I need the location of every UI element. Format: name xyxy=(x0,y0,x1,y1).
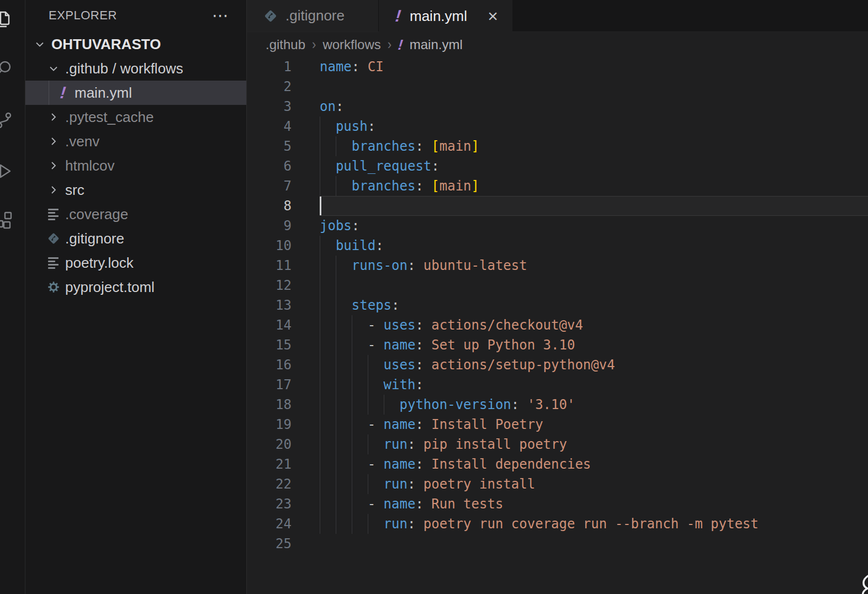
tab-main-yml[interactable]: ! main.yml × xyxy=(379,0,512,32)
code-line-20[interactable]: 20 run: pip install poetry xyxy=(247,434,868,454)
code-line-19[interactable]: 19 - name: Install Poetry xyxy=(247,415,868,434)
code-line-7[interactable]: 7 branches: [main] xyxy=(247,176,868,196)
line-number[interactable]: 15 xyxy=(247,335,292,355)
indent-guide xyxy=(320,395,320,415)
close-icon[interactable]: × xyxy=(488,7,498,25)
tree-item-src[interactable]: src xyxy=(25,178,246,202)
tree-item-pytest-cache[interactable]: .pytest_cache xyxy=(25,105,246,129)
code-line-11[interactable]: 11 runs-on: ubuntu-latest xyxy=(247,256,868,275)
line-number[interactable]: 4 xyxy=(247,116,292,136)
code-lines: 1name: CI23on:4 push:5 branches: [main]6… xyxy=(247,57,868,554)
indent-guide xyxy=(336,375,336,395)
code-line-3[interactable]: 3on: xyxy=(247,97,868,116)
line-number[interactable]: 9 xyxy=(247,216,292,236)
files-icon[interactable] xyxy=(0,8,15,32)
indent-guide xyxy=(320,236,320,256)
gear-icon xyxy=(46,279,61,295)
code-line-23[interactable]: 23 - name: Run tests xyxy=(247,494,868,514)
line-number[interactable]: 16 xyxy=(247,355,292,375)
line-number[interactable]: 7 xyxy=(247,176,292,196)
tree-item-gitignore[interactable]: .gitignore xyxy=(25,226,246,251)
line-number[interactable]: 2 xyxy=(247,77,292,97)
code-line-18[interactable]: 18 python-version: '3.10' xyxy=(247,395,868,415)
code-line-15[interactable]: 15 - name: Set up Python 3.10 xyxy=(247,335,868,355)
code-line-2[interactable]: 2 xyxy=(247,77,868,97)
code-editor[interactable]: 1name: CI23on:4 push:5 branches: [main]6… xyxy=(247,57,868,554)
file-tree: OHTUVARASTO.github / workflows!main.yml.… xyxy=(25,31,246,299)
breadcrumb-item-main-yml[interactable]: main.yml xyxy=(410,37,463,52)
indent-guide xyxy=(352,355,352,375)
code-line-14[interactable]: 14 - uses: actions/checkout@v4 xyxy=(247,315,868,335)
tree-item-poetry-lock[interactable]: poetry.lock xyxy=(25,251,246,275)
list-file-icon xyxy=(46,255,61,271)
line-number[interactable]: 1 xyxy=(247,57,292,77)
extensions-icon[interactable] xyxy=(0,208,15,232)
code-line-4[interactable]: 4 push: xyxy=(247,116,868,136)
line-number[interactable]: 20 xyxy=(247,434,292,454)
code-line-10[interactable]: 10 build: xyxy=(247,236,868,256)
code-line-21[interactable]: 21 - name: Install dependencies xyxy=(247,454,868,474)
chevron-right-icon xyxy=(46,158,61,173)
code-line-6[interactable]: 6 pull_request: xyxy=(247,156,868,176)
tree-item-label: src xyxy=(65,182,84,199)
indent-guide xyxy=(352,395,352,415)
code-line-5[interactable]: 5 branches: [main] xyxy=(247,136,868,156)
run-debug-icon[interactable] xyxy=(0,159,15,183)
code-line-22[interactable]: 22 run: poetry install xyxy=(247,474,868,494)
line-number[interactable]: 13 xyxy=(247,295,292,315)
indent-guide xyxy=(336,256,336,275)
tree-item-htmlcov[interactable]: htmlcov xyxy=(25,153,246,178)
code-line-24[interactable]: 24 run: poetry run coverage run --branch… xyxy=(247,514,868,534)
line-content: - name: Install dependencies xyxy=(320,454,868,474)
code-line-8[interactable]: 8 xyxy=(247,196,868,216)
line-number[interactable]: 22 xyxy=(247,474,292,494)
line-number[interactable]: 18 xyxy=(247,395,292,415)
line-number[interactable]: 23 xyxy=(247,494,292,514)
tree-item-venv[interactable]: .venv xyxy=(25,129,246,153)
line-number[interactable]: 14 xyxy=(247,315,292,335)
source-control-icon[interactable] xyxy=(0,108,15,132)
line-number[interactable]: 5 xyxy=(247,136,292,156)
more-actions-icon[interactable]: ⋯ xyxy=(212,7,229,24)
tree-item-ohtuvarasto[interactable]: OHTUVARASTO xyxy=(25,32,246,56)
indent-guide xyxy=(320,434,320,454)
line-number[interactable]: 24 xyxy=(247,514,292,534)
code-line-9[interactable]: 9jobs: xyxy=(247,216,868,236)
indent-guide xyxy=(336,136,336,156)
code-line-17[interactable]: 17 with: xyxy=(247,375,868,395)
line-number[interactable]: 8 xyxy=(247,196,292,216)
chevron-down-icon xyxy=(46,61,61,76)
line-number[interactable]: 17 xyxy=(247,375,292,395)
line-number[interactable]: 3 xyxy=(247,97,292,116)
code-line-25[interactable]: 25 xyxy=(247,534,868,554)
indent-guide xyxy=(336,355,336,375)
line-number[interactable]: 12 xyxy=(247,275,292,295)
code-line-16[interactable]: 16 uses: actions/setup-python@v4 xyxy=(247,355,868,375)
tree-item-label: OHTUVARASTO xyxy=(51,36,161,53)
tree-indent-guide xyxy=(49,81,49,105)
code-line-13[interactable]: 13 steps: xyxy=(247,295,868,315)
line-number[interactable]: 10 xyxy=(247,236,292,256)
tree-item-pyproject-toml[interactable]: pyproject.toml xyxy=(25,275,246,299)
code-line-12[interactable]: 12 xyxy=(247,275,868,295)
code-line-1[interactable]: 1name: CI xyxy=(247,57,868,77)
indent-guide xyxy=(320,295,320,315)
breadcrumb-item-workflows[interactable]: workflows xyxy=(322,37,380,52)
indent-guide xyxy=(320,275,320,295)
breadcrumb-item-github[interactable]: .github xyxy=(266,37,305,52)
line-number[interactable]: 25 xyxy=(247,534,292,554)
line-number[interactable]: 6 xyxy=(247,156,292,176)
tree-item-coverage[interactable]: .coverage xyxy=(25,202,246,226)
line-number[interactable]: 11 xyxy=(247,256,292,275)
tree-item-main-yml[interactable]: !main.yml xyxy=(25,81,246,105)
line-content: - name: Set up Python 3.10 xyxy=(320,335,868,355)
yaml-warning-icon: ! xyxy=(397,36,404,54)
line-content: python-version: '3.10' xyxy=(320,395,868,415)
chevron-right-icon: › xyxy=(312,36,316,53)
tree-item-github-workflows[interactable]: .github / workflows xyxy=(25,56,246,81)
line-number[interactable]: 19 xyxy=(247,415,292,434)
line-number[interactable]: 21 xyxy=(247,454,292,474)
indent-guide xyxy=(352,494,352,514)
search-icon[interactable] xyxy=(0,56,15,81)
tab-gitignore[interactable]: .gitignore xyxy=(247,0,379,31)
